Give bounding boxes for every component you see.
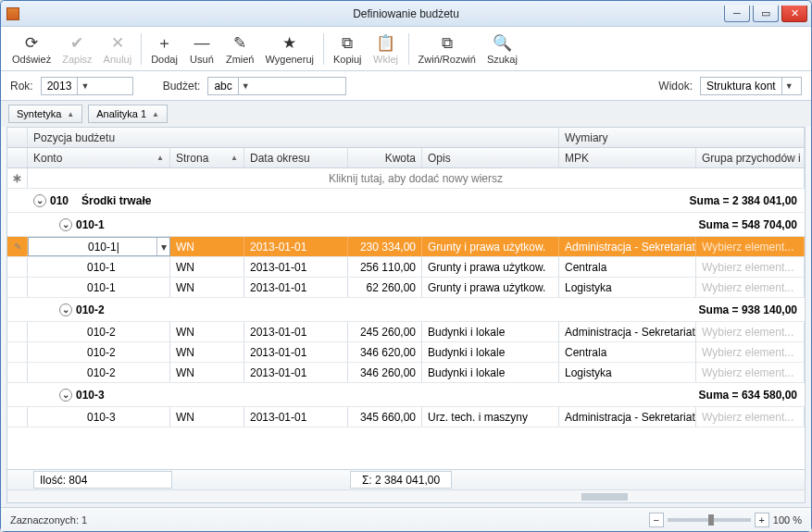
minimize-button[interactable]: ─ bbox=[724, 6, 750, 22]
cell-mpk[interactable]: Centrala bbox=[559, 257, 696, 277]
cell-strona[interactable]: WN bbox=[170, 278, 244, 297]
cell-kwota[interactable]: 346 260,00 bbox=[348, 363, 422, 382]
budget-select[interactable]: abc ▼ bbox=[207, 77, 346, 95]
cell-grupa[interactable]: Wybierz element... bbox=[696, 363, 805, 382]
horizontal-scrollbar[interactable] bbox=[7, 489, 805, 502]
cell-kwota[interactable]: 256 110,00 bbox=[348, 257, 422, 277]
cell-data[interactable]: 2013-01-01 bbox=[244, 342, 348, 362]
cell-opis[interactable]: Budynki i lokale bbox=[422, 322, 559, 341]
table-row[interactable]: ✎010-1|▾WN2013-01-01230 334,00Grunty i p… bbox=[7, 237, 805, 257]
table-row[interactable]: 010-2WN2013-01-01346 260,00Budynki i lok… bbox=[7, 363, 805, 383]
cell-mpk[interactable]: Logistyka bbox=[559, 278, 696, 297]
expand-icon[interactable]: ⌄ bbox=[59, 389, 72, 402]
cell-kwota[interactable]: 245 260,00 bbox=[348, 322, 422, 341]
cell-mpk[interactable]: Administracja - Sekretariat... bbox=[559, 322, 696, 341]
close-button[interactable]: ✕ bbox=[781, 6, 807, 22]
zoom-control[interactable]: − + 100 % bbox=[649, 513, 802, 527]
cell-mpk[interactable]: Centrala bbox=[559, 342, 696, 362]
expand-icon[interactable]: ⌄ bbox=[33, 194, 46, 207]
cell-data[interactable]: 2013-01-01 bbox=[244, 257, 348, 277]
new-row-prompt[interactable]: ∗ Kliknij tutaj, aby dodać nowy wiersz bbox=[7, 168, 805, 189]
chevron-down-icon[interactable]: ▾ bbox=[156, 238, 169, 255]
cell-strona[interactable]: WN bbox=[170, 342, 244, 362]
cell-opis[interactable]: Budynki i lokale bbox=[422, 342, 559, 362]
maximize-button[interactable]: ▭ bbox=[753, 6, 779, 22]
cell-data[interactable]: 2013-01-01 bbox=[244, 278, 348, 297]
cell-grupa[interactable]: Wybierz element... bbox=[696, 342, 805, 362]
cancel-button[interactable]: ✕Anuluj bbox=[98, 29, 138, 69]
cell-grupa[interactable]: Wybierz element... bbox=[696, 257, 805, 277]
edit-button[interactable]: ✎Zmień bbox=[220, 29, 260, 69]
scrollbar-thumb[interactable] bbox=[581, 493, 628, 501]
expand-icon[interactable]: ⌄ bbox=[59, 218, 72, 231]
group-row-level1[interactable]: ⌄010Środki trwałeSuma = 2 384 041,00 bbox=[7, 189, 805, 213]
add-button[interactable]: ＋Dodaj bbox=[145, 29, 183, 69]
cell-mpk[interactable]: Administracja - Sekretariat... bbox=[559, 407, 696, 427]
zoom-out-button[interactable]: − bbox=[649, 513, 664, 527]
cell-opis[interactable]: Grunty i prawa użytkow. bbox=[422, 257, 559, 277]
cell-strona[interactable]: WN bbox=[170, 407, 244, 427]
cell-konto-editor[interactable]: 010-1|▾ bbox=[28, 237, 170, 256]
grid-body[interactable]: ⌄010Środki trwałeSuma = 2 384 041,00⌄010… bbox=[7, 189, 805, 469]
group-row-level2[interactable]: ⌄010-1Suma = 548 704,00 bbox=[7, 213, 805, 237]
cell-grupa[interactable]: Wybierz element... bbox=[696, 237, 805, 256]
col-header-data[interactable]: Data okresu bbox=[244, 148, 348, 167]
cell-kwota[interactable]: 62 260,00 bbox=[348, 278, 422, 297]
zoom-thumb[interactable] bbox=[708, 514, 714, 526]
save-button[interactable]: ✔Zapisz bbox=[56, 29, 97, 69]
cell-strona[interactable]: WN bbox=[170, 237, 244, 256]
cell-konto[interactable]: 010-2 bbox=[28, 342, 170, 362]
cell-konto[interactable]: 010-1 bbox=[28, 257, 170, 277]
col-header-grupa[interactable]: Grupa przychodów i bbox=[696, 148, 805, 167]
cell-kwota[interactable]: 230 334,00 bbox=[348, 237, 422, 256]
refresh-button[interactable]: ⟳Odśwież bbox=[6, 29, 56, 69]
col-header-konto[interactable]: Konto▲ bbox=[28, 148, 170, 167]
cell-grupa[interactable]: Wybierz element... bbox=[696, 407, 805, 427]
cell-opis[interactable]: Grunty i prawa użytkow. bbox=[422, 237, 559, 256]
cell-grupa[interactable]: Wybierz element... bbox=[696, 322, 805, 341]
cell-data[interactable]: 2013-01-01 bbox=[244, 407, 348, 427]
cell-opis[interactable]: Grunty i prawa użytkow. bbox=[422, 278, 559, 297]
group-row-level2[interactable]: ⌄010-3Suma = 634 580,00 bbox=[7, 383, 805, 407]
remove-button[interactable]: —Usuń bbox=[183, 29, 220, 69]
view-select[interactable]: Struktura kont ▼ bbox=[700, 77, 802, 95]
zoom-slider[interactable] bbox=[668, 518, 751, 522]
cell-kwota[interactable]: 346 620,00 bbox=[348, 342, 422, 362]
col-header-kwota[interactable]: Kwota bbox=[348, 148, 422, 167]
collapse-button[interactable]: ⧉Zwiń/Rozwiń bbox=[413, 29, 481, 69]
group-chip-syntetyka[interactable]: Syntetyka▲ bbox=[8, 105, 82, 123]
table-row[interactable]: 010-2WN2013-01-01346 620,00Budynki i lok… bbox=[7, 342, 805, 363]
year-select[interactable]: 2013 ▼ bbox=[41, 77, 133, 95]
table-row[interactable]: 010-1WN2013-01-0162 260,00Grunty i prawa… bbox=[7, 278, 805, 298]
col-header-opis[interactable]: Opis bbox=[422, 148, 559, 167]
cell-data[interactable]: 2013-01-01 bbox=[244, 322, 348, 341]
cell-strona[interactable]: WN bbox=[170, 257, 244, 277]
cell-opis[interactable]: Urz. tech. i maszyny bbox=[422, 407, 559, 427]
cell-mpk[interactable]: Logistyka bbox=[559, 363, 696, 382]
expand-icon[interactable]: ⌄ bbox=[59, 303, 72, 316]
table-row[interactable]: 010-1WN2013-01-01256 110,00Grunty i praw… bbox=[7, 257, 805, 278]
cell-mpk[interactable]: Administracja - Sekretariat... bbox=[559, 237, 696, 256]
cell-strona[interactable]: WN bbox=[170, 322, 244, 341]
col-header-strona[interactable]: Strona▲ bbox=[170, 148, 244, 167]
cell-grupa[interactable]: Wybierz element... bbox=[696, 278, 805, 297]
cell-opis[interactable]: Budynki i lokale bbox=[422, 363, 559, 382]
col-header-mpk[interactable]: MPK bbox=[559, 148, 696, 167]
cell-data[interactable]: 2013-01-01 bbox=[244, 363, 348, 382]
cell-konto[interactable]: 010-1 bbox=[28, 278, 170, 297]
copy-button[interactable]: ⧉Kopiuj bbox=[328, 29, 368, 69]
cell-strona[interactable]: WN bbox=[170, 363, 244, 382]
cell-konto[interactable]: 010-3 bbox=[28, 407, 170, 427]
group-row-level2[interactable]: ⌄010-2Suma = 938 140,00 bbox=[7, 298, 805, 322]
zoom-in-button[interactable]: + bbox=[755, 513, 769, 527]
generate-button[interactable]: ★Wygeneruj bbox=[259, 29, 319, 69]
table-row[interactable]: 010-2WN2013-01-01245 260,00Budynki i lok… bbox=[7, 322, 805, 342]
cell-data[interactable]: 2013-01-01 bbox=[244, 237, 348, 256]
cell-kwota[interactable]: 345 660,00 bbox=[348, 407, 422, 427]
cell-konto[interactable]: 010-2 bbox=[28, 363, 170, 382]
cell-konto[interactable]: 010-2 bbox=[28, 322, 170, 341]
group-chip-analityka1[interactable]: Analityka 1▲ bbox=[88, 105, 168, 123]
paste-button[interactable]: 📋Wklej bbox=[368, 29, 405, 69]
table-row[interactable]: 010-3WN2013-01-01345 660,00Urz. tech. i … bbox=[7, 407, 805, 427]
search-button[interactable]: 🔍Szukaj bbox=[481, 29, 523, 69]
